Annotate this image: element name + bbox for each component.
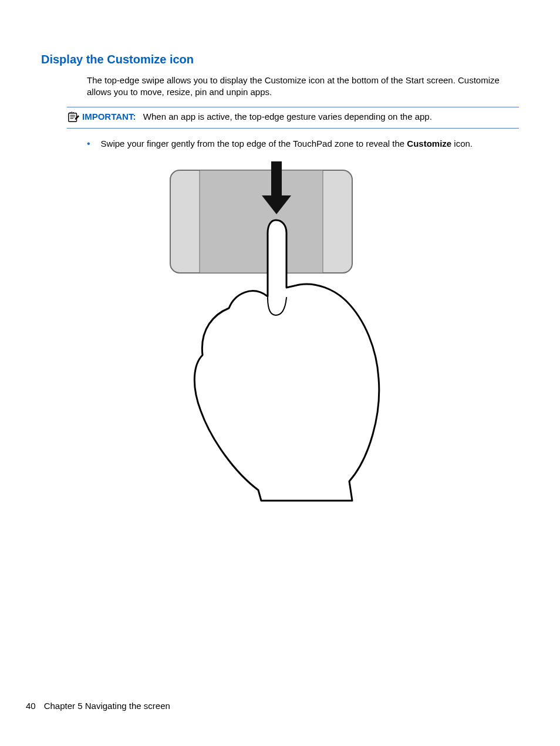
- document-page: Display the Customize icon The top-edge …: [0, 0, 560, 746]
- intro-paragraph: The top-edge swipe allows you to display…: [87, 75, 519, 99]
- bullet-post: icon.: [451, 139, 473, 148]
- important-note: IMPORTANT: When an app is active, the to…: [67, 107, 519, 129]
- svg-rect-0: [69, 113, 77, 121]
- svg-point-5: [71, 112, 72, 113]
- svg-point-4: [70, 112, 71, 113]
- note-label: IMPORTANT:: [82, 112, 136, 121]
- bullet-dot-icon: •: [87, 138, 90, 149]
- bullet-pre: Swipe your finger gently from the top ed…: [101, 139, 407, 148]
- note-icon: [67, 112, 80, 123]
- touchpad-swipe-figure: [158, 161, 519, 504]
- page-footer: 40 Chapter 5 Navigating the screen: [26, 701, 170, 711]
- note-body: IMPORTANT: When an app is active, the to…: [82, 111, 432, 123]
- page-number: 40: [26, 701, 36, 711]
- bullet-bold: Customize: [407, 139, 451, 148]
- section-heading: Display the Customize icon: [41, 53, 519, 66]
- svg-rect-9: [271, 161, 282, 198]
- svg-rect-8: [200, 170, 323, 273]
- note-text: When an app is active, the top-edge gest…: [143, 112, 432, 121]
- bullet-item: • Swipe your finger gently from the top …: [87, 138, 519, 150]
- chapter-label: Chapter 5 Navigating the screen: [44, 701, 170, 711]
- svg-point-6: [73, 112, 74, 113]
- bullet-text: Swipe your finger gently from the top ed…: [101, 138, 473, 150]
